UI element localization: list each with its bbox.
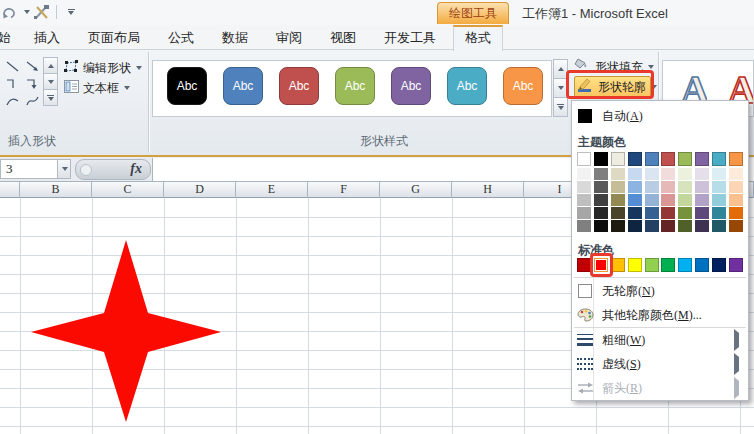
theme-tint-swatch[interactable] (729, 207, 743, 219)
name-box-dropdown-icon[interactable] (58, 159, 71, 179)
theme-color-swatch[interactable] (729, 152, 743, 166)
theme-tint-swatch[interactable] (645, 194, 659, 206)
theme-tint-swatch[interactable] (594, 220, 608, 232)
theme-tint-swatch[interactable] (661, 194, 675, 206)
elbow-connector-icon[interactable] (2, 75, 22, 92)
theme-tint-swatch[interactable] (695, 194, 709, 206)
theme-tint-swatch[interactable] (577, 220, 591, 232)
menu-item-no-outline[interactable]: 无轮廓(N) (573, 279, 747, 303)
elbow-arrow-connector-icon[interactable] (22, 75, 42, 92)
column-header-C[interactable]: C (92, 182, 164, 198)
column-header-F[interactable]: F (308, 182, 380, 198)
column-header-D[interactable]: D (164, 182, 236, 198)
tab-审阅[interactable]: 审阅 (265, 25, 313, 50)
theme-tint-swatch[interactable] (577, 207, 591, 219)
theme-tint-swatch[interactable] (628, 207, 642, 219)
theme-tint-swatch[interactable] (712, 168, 726, 180)
theme-tint-swatch[interactable] (661, 168, 675, 180)
shape-style-tile[interactable]: Abc (167, 67, 207, 105)
scroll-up-icon[interactable] (43, 57, 58, 74)
tab-数据[interactable]: 数据 (211, 25, 259, 50)
theme-tint-swatch[interactable] (645, 181, 659, 193)
shape-style-tile[interactable]: Abc (223, 67, 263, 105)
theme-color-swatch[interactable] (577, 152, 591, 166)
tab-视图[interactable]: 视图 (319, 25, 367, 50)
standard-color-swatch[interactable] (645, 258, 659, 272)
theme-tint-swatch[interactable] (661, 207, 675, 219)
theme-tint-swatch[interactable] (594, 207, 608, 219)
theme-color-swatch[interactable] (695, 152, 709, 166)
column-header-sliver[interactable] (0, 182, 20, 198)
line-shape-icon[interactable] (2, 58, 22, 75)
standard-color-swatch[interactable] (577, 258, 591, 272)
theme-tint-swatch[interactable] (695, 207, 709, 219)
theme-tint-swatch[interactable] (645, 207, 659, 219)
shape-style-tile[interactable]: Abc (503, 67, 543, 105)
theme-tint-swatch[interactable] (645, 168, 659, 180)
standard-color-swatch[interactable] (695, 258, 709, 272)
theme-tint-swatch[interactable] (695, 181, 709, 193)
column-header-G[interactable]: G (380, 182, 452, 198)
theme-tint-swatch[interactable] (678, 207, 692, 219)
column-header-E[interactable]: E (236, 182, 308, 198)
theme-color-swatch[interactable] (594, 152, 608, 166)
theme-tint-swatch[interactable] (628, 194, 642, 206)
theme-tint-swatch[interactable] (661, 181, 675, 193)
insert-function-icon[interactable]: fx (130, 161, 142, 177)
theme-tint-swatch[interactable] (661, 220, 675, 232)
theme-tint-swatch[interactable] (678, 220, 692, 232)
gallery-more-icon[interactable] (553, 97, 568, 117)
column-header-B[interactable]: B (20, 182, 92, 198)
name-box[interactable]: 3 (0, 159, 58, 179)
theme-tint-swatch[interactable] (611, 168, 625, 180)
redo-dropdown-icon[interactable] (24, 10, 30, 14)
theme-tint-swatch[interactable] (712, 194, 726, 206)
theme-tint-swatch[interactable] (628, 181, 642, 193)
theme-tint-swatch[interactable] (611, 181, 625, 193)
freeform-curve-icon[interactable] (22, 92, 42, 109)
theme-tint-swatch[interactable] (678, 181, 692, 193)
theme-tint-swatch[interactable] (611, 220, 625, 232)
edit-shape-button[interactable]: 编辑形状 (62, 59, 144, 77)
theme-tint-swatch[interactable] (729, 181, 743, 193)
tools-icon[interactable] (33, 4, 51, 20)
tab-始[interactable]: 始 (0, 25, 17, 50)
shape-style-tile[interactable]: Abc (391, 67, 431, 105)
standard-color-swatch[interactable] (729, 258, 743, 272)
theme-tint-swatch[interactable] (712, 220, 726, 232)
theme-tint-swatch[interactable] (611, 207, 625, 219)
theme-tint-swatch[interactable] (695, 220, 709, 232)
theme-tint-swatch[interactable] (577, 181, 591, 193)
theme-tint-swatch[interactable] (577, 194, 591, 206)
theme-tint-swatch[interactable] (594, 168, 608, 180)
scroll-up-icon[interactable] (553, 59, 568, 79)
tab-公式[interactable]: 公式 (157, 25, 205, 50)
text-box-button[interactable]: 文本框 (62, 79, 132, 97)
curve-shape-icon[interactable] (2, 92, 22, 109)
theme-tint-swatch[interactable] (645, 220, 659, 232)
column-header-H[interactable]: H (452, 182, 524, 198)
theme-tint-swatch[interactable] (712, 207, 726, 219)
gallery-more-icon[interactable] (43, 89, 58, 106)
standard-color-swatch[interactable] (712, 258, 726, 272)
shape-style-tile[interactable]: Abc (279, 67, 319, 105)
shape-style-tile[interactable]: Abc (335, 67, 375, 105)
theme-color-swatch[interactable] (645, 152, 659, 166)
scroll-down-icon[interactable] (43, 73, 58, 90)
shape-outline-button[interactable]: 形状轮廓 (574, 76, 651, 98)
theme-tint-swatch[interactable] (577, 168, 591, 180)
theme-tint-swatch[interactable] (678, 194, 692, 206)
tab-插入[interactable]: 插入 (23, 25, 71, 50)
scroll-down-icon[interactable] (553, 78, 568, 98)
standard-color-swatch[interactable] (611, 258, 625, 272)
theme-tint-swatch[interactable] (611, 194, 625, 206)
standard-color-swatch[interactable] (661, 258, 675, 272)
theme-color-swatch[interactable] (712, 152, 726, 166)
tab-开发工具[interactable]: 开发工具 (373, 25, 447, 50)
theme-tint-swatch[interactable] (695, 168, 709, 180)
tab-格式[interactable]: 格式 (453, 25, 503, 51)
star-shape[interactable] (28, 238, 224, 424)
theme-tint-swatch[interactable] (594, 194, 608, 206)
shape-style-tile[interactable]: Abc (447, 67, 487, 105)
standard-color-swatch[interactable] (678, 258, 692, 272)
